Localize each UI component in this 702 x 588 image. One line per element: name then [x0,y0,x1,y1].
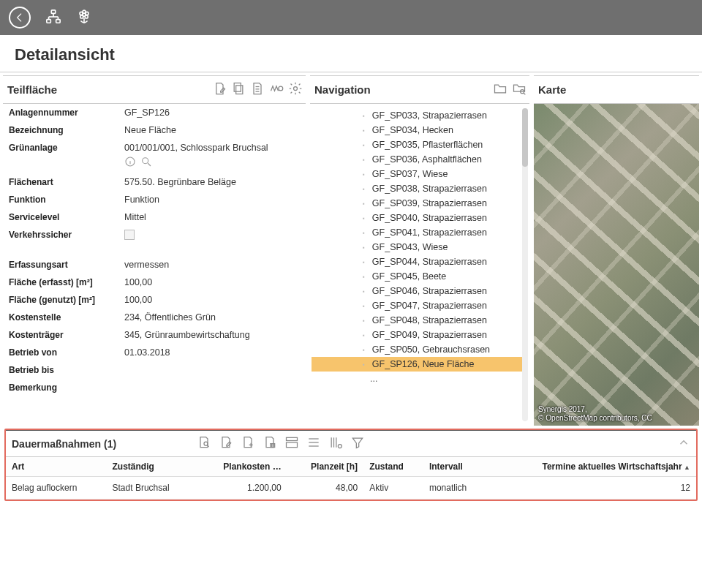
nav-item[interactable]: GF_SP041, Strapazierrasen [312,225,528,240]
col-planzeit[interactable]: Planzeit [h] [287,457,363,477]
columns-icon [328,435,343,450]
doc-add-icon [241,435,255,450]
svg-point-10 [86,12,88,15]
map-credit: Synergis 2017, © OpenStreetMap contribut… [538,405,695,423]
checkbox-verkehrssicher[interactable] [124,230,135,240]
nav-item[interactable]: GF_SP049, Strapazierrasen [312,328,528,342]
doc-add-button[interactable] [241,435,255,452]
value-erfassungsart: vermessen [124,260,300,270]
col-plankosten[interactable]: Plankosten … [196,457,287,477]
navigation-list: GF_SP033, StrapazierrasenGF_SP034, Hecke… [310,104,529,426]
nav-item[interactable]: GF_SP033, Strapazierrasen [312,108,528,123]
nav-item[interactable]: GF_SP035, Pflasterflächen [312,137,528,152]
value-funktion: Funktion [124,195,300,205]
zoom-button[interactable] [140,156,152,170]
collapse-button[interactable] [677,436,690,451]
col-intervall[interactable]: Intervall [423,457,488,477]
nav-item[interactable]: GF_SP039, Strapazierrasen [312,196,528,211]
info-button[interactable] [124,156,136,170]
svg-line-26 [524,93,525,94]
dauermassnahmen-table: Art Zuständig Plankosten … Planzeit [h] … [6,457,696,500]
label-funktion: Funktion [9,195,118,205]
panel-dauermassnahmen-title: Dauermaßnahmen (1) [12,438,116,450]
folder-button[interactable] [493,81,507,98]
nav-item[interactable]: GF_SP034, Hecken [312,123,528,137]
value-bezeichnung: Neue Fläche [124,125,300,135]
card-view-button[interactable] [284,435,299,452]
cell-intervall: monatlich [423,477,488,500]
flower-button[interactable] [76,9,92,27]
nav-item[interactable]: GF_SP043, Wiese [312,240,528,255]
divider [0,72,702,72]
col-termine[interactable]: Termine aktuelles Wirtschaftsjahr [488,457,696,477]
cell-plank: 1.200,00 [196,477,287,500]
document-button[interactable] [250,81,265,98]
nav-item[interactable]: GF_SP037, Wiese [312,167,528,181]
copy-icon [231,81,246,96]
nav-item[interactable]: GF_SP126, Neue Fläche [312,357,528,372]
panel-dauermassnahmen: Dauermaßnahmen (1) Art Zuständig Plankos… [4,429,698,501]
panel-dauermassnahmen-head: Dauermaßnahmen (1) [6,430,696,457]
info-icon [124,156,136,167]
svg-point-11 [80,15,83,18]
nav-item[interactable]: GF_SP048, Strapazierrasen [312,313,528,328]
folder-search-button[interactable] [512,81,526,98]
nav-item[interactable]: GF_SP040, Strapazierrasen [312,211,528,225]
nav-item[interactable]: GF_SP046, Strapazierrasen [312,284,528,298]
value-gruenanlage: 001/001/001, Schlosspark Bruchsal [124,143,300,170]
settings-button[interactable] [288,81,303,98]
filter-button[interactable] [350,435,365,452]
map-view[interactable]: Synergis 2017, © OpenStreetMap contribut… [534,104,699,426]
nav-ellipsis[interactable]: ... [312,372,528,386]
nav-item[interactable]: GF_SP045, Beete [312,269,528,284]
cell-zust: Stadt Bruchsal [107,477,197,500]
edit-button[interactable] [212,81,227,98]
nav-item[interactable]: GF_SP044, Strapazierrasen [312,255,528,269]
panels-row: Teilfläche AnlagennummerGF_SP126 Bezeich… [0,75,702,426]
doc-delete-button[interactable] [263,435,277,452]
filter-icon [350,435,365,450]
doc-edit-button[interactable] [219,435,233,452]
col-zustand[interactable]: Zustand [363,457,423,477]
svg-point-41 [338,445,341,448]
nav-item[interactable]: GF_SP047, Strapazierrasen [312,298,528,313]
value-flaeche-gen: 100,00 [124,295,300,305]
value-betrieb-von: 01.03.2018 [124,347,300,358]
value-kostentraeger: 345, Grünraumbewirtschaftung [124,330,300,340]
svg-point-9 [80,12,83,15]
doc-delete-icon [263,435,277,450]
wo-button[interactable] [269,81,284,98]
svg-rect-14 [236,86,243,94]
svg-line-24 [148,163,151,166]
col-art[interactable]: Art [6,457,107,477]
panel-teilflaeche: Teilfläche AnlagennummerGF_SP126 Bezeich… [3,75,306,426]
svg-point-19 [294,87,298,91]
doc-edit-icon [219,435,233,450]
nav-item[interactable]: GF_SP038, Strapazierrasen [312,181,528,196]
doc-edit-icon [212,81,227,96]
svg-rect-1 [47,19,51,23]
back-button[interactable] [9,7,31,29]
svg-rect-33 [287,437,298,440]
nav-item[interactable]: GF_SP036, Asphaltflächen [312,152,528,167]
panel-karte: Karte Synergis 2017, © OpenStreetMap con… [534,75,699,426]
navigation-scrollbar[interactable] [522,108,528,421]
panel-karte-title: Karte [538,83,566,96]
page-title: Detailansicht [0,35,702,72]
copy-button[interactable] [231,81,246,98]
doc-zoom-button[interactable] [197,435,211,452]
label-flaeche-gen: Fläche (genutzt) [m²] [9,295,118,305]
value-kostenstelle: 234, Öffentliches Grün [124,312,300,323]
doc-zoom-icon [197,435,211,450]
col-zustaendig[interactable]: Zuständig [107,457,197,477]
svg-rect-34 [287,442,298,448]
label-bezeichnung: Bezeichnung [9,125,118,135]
columns-button[interactable] [328,435,343,452]
wo-icon [269,81,284,96]
value-betrieb-bis [124,365,300,375]
hierarchy-button[interactable] [45,9,61,27]
nav-item[interactable]: GF_SP050, Gebrauchsrasen [312,342,528,357]
list-view-button[interactable] [306,435,321,452]
label-verkehrssicher: Verkehrssicher [9,230,118,242]
table-row[interactable]: Belag auflockernStadt Bruchsal1.200,0048… [6,477,696,500]
